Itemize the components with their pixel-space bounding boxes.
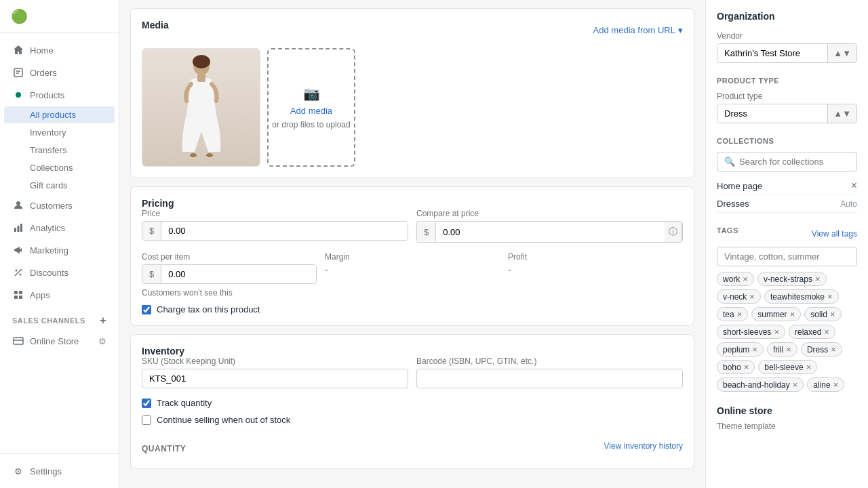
sidebar-item-marketing[interactable]: Marketing	[4, 239, 115, 261]
sidebar-item-analytics[interactable]: Analytics	[4, 217, 115, 239]
tag-solid-remove[interactable]: ×	[830, 309, 835, 319]
tag-peplum-remove[interactable]: ×	[752, 344, 757, 354]
product-type-select-btn[interactable]: ▲▼	[827, 104, 856, 123]
sidebar-item-products[interactable]: Products	[4, 84, 115, 106]
add-channel-icon[interactable]: +	[100, 314, 106, 327]
tag-v-neck-straps-remove[interactable]: ×	[815, 274, 821, 284]
continue-selling-checkbox[interactable]	[142, 415, 151, 425]
tax-checkbox[interactable]	[142, 305, 151, 314]
tag-boho: boho×	[717, 360, 755, 374]
tags-section: TAGS View all tags work× v-neck-straps× …	[717, 226, 857, 392]
svg-point-16	[190, 153, 197, 157]
sidebar-item-gift-cards[interactable]: Gift cards	[4, 177, 115, 194]
collection-home-remove[interactable]: ×	[851, 180, 857, 191]
tag-bell-sleeve-remove[interactable]: ×	[806, 362, 812, 372]
media-upload-area[interactable]: 📷 Add media or drop files to upload	[267, 48, 355, 167]
sidebar-item-customers[interactable]: Customers	[4, 195, 115, 216]
logo-area: 🟢	[0, 0, 119, 33]
drop-text: or drop files to upload	[272, 120, 350, 129]
continue-selling-label: Continue selling when out of stock	[157, 415, 290, 425]
svg-rect-4	[20, 224, 22, 232]
product-type-section-title: PRODUCT TYPE	[717, 77, 857, 85]
upload-icon: 📷	[303, 85, 320, 102]
compare-currency: $	[417, 223, 436, 241]
view-all-tags-link[interactable]: View all tags	[812, 229, 857, 239]
vendor-select-btn[interactable]: ▲▼	[827, 44, 856, 62]
settings-label: Settings	[30, 466, 62, 476]
pricing-grid: Price $ Compare at price $ ⓘ	[142, 209, 683, 243]
product-type-select[interactable]: Dress	[717, 104, 827, 123]
tag-work: work×	[717, 272, 754, 286]
sidebar-item-orders[interactable]: Orders	[4, 62, 115, 83]
tag-tea-remove[interactable]: ×	[737, 309, 743, 319]
sidebar-item-apps[interactable]: Apps	[4, 284, 115, 306]
media-title: Media	[142, 20, 169, 30]
tag-dress-remove[interactable]: ×	[831, 344, 836, 354]
tag-relaxed-remove[interactable]: ×	[824, 327, 829, 337]
cost-info: Customers won't see this	[142, 288, 683, 298]
cost-input[interactable]	[161, 265, 316, 283]
tag-frill-remove[interactable]: ×	[786, 344, 791, 354]
orders-icon	[12, 66, 24, 79]
tags-list: work× v-neck-straps× v-neck× teawhitesmo…	[717, 272, 857, 392]
sidebar-item-all-products[interactable]: All products	[4, 106, 115, 123]
compare-input-wrapper: $ ⓘ	[416, 221, 683, 243]
discounts-label: Discounts	[30, 268, 68, 278]
content-area: Media Add media from URL ▾	[119, 0, 705, 488]
price-input[interactable]	[161, 222, 408, 240]
svg-point-14	[193, 55, 210, 68]
track-qty-row[interactable]: Track quantity	[142, 398, 683, 408]
sidebar-item-online-store[interactable]: Online Store ⚙	[4, 330, 115, 352]
svg-point-6	[20, 274, 22, 276]
svg-rect-8	[14, 291, 18, 294]
barcode-input[interactable]	[416, 369, 683, 388]
tag-peplum: peplum×	[717, 342, 764, 357]
vendor-select-wrapper: Kathrin's Test Store ▲▼	[717, 43, 857, 63]
sidebar-item-inventory[interactable]: Inventory	[4, 124, 115, 141]
apps-label: Apps	[30, 290, 50, 300]
product-type-section: PRODUCT TYPE Product type Dress ▲▼	[717, 77, 857, 123]
sku-field: SKU (Stock Keeping Unit)	[142, 357, 408, 388]
sidebar-item-home[interactable]: Home	[4, 39, 115, 61]
tag-teawhitesmoke-remove[interactable]: ×	[827, 291, 833, 302]
tag-aline-remove[interactable]: ×	[833, 380, 839, 390]
sidebar-item-transfers[interactable]: Transfers	[4, 142, 115, 159]
tag-beach-holiday-remove[interactable]: ×	[793, 380, 798, 390]
profit-field: Profit -	[508, 252, 683, 284]
media-image-box[interactable]	[142, 48, 260, 167]
cost-currency: $	[142, 265, 161, 283]
tag-v-neck: v-neck×	[717, 289, 761, 304]
add-media-url-btn[interactable]: Add media from URL ▾	[593, 25, 683, 35]
tax-checkbox-row[interactable]: Charge tax on this product	[142, 304, 683, 314]
track-qty-checkbox[interactable]	[142, 399, 151, 408]
vendor-select[interactable]: Kathrin's Test Store	[717, 44, 827, 62]
sidebar-item-collections[interactable]: Collections	[4, 159, 115, 176]
sidebar-item-settings[interactable]: ⚙ Settings	[4, 460, 115, 482]
barcode-label: Barcode (ISBN, UPC, GTIN, etc.)	[416, 357, 683, 366]
svg-rect-2	[14, 228, 16, 232]
compare-input[interactable]	[436, 223, 665, 241]
collections-section-title: COLLECTIONS	[717, 137, 857, 145]
pricing-title: Pricing	[142, 198, 174, 209]
collection-item-home: Home page ×	[717, 177, 857, 195]
collections-search-input[interactable]	[739, 157, 853, 167]
sidebar-item-discounts[interactable]: Discounts	[4, 262, 115, 283]
sku-input[interactable]	[142, 369, 408, 388]
pricing-card: Pricing Price $ Compare at price $ ⓘ	[130, 186, 694, 326]
media-card: Media Add media from URL ▾	[130, 8, 694, 178]
tag-short-sleeves-remove[interactable]: ×	[774, 327, 779, 337]
tag-boho-remove[interactable]: ×	[744, 362, 749, 372]
tag-v-neck-remove[interactable]: ×	[749, 291, 755, 302]
online-store-settings-icon[interactable]: ⚙	[98, 336, 106, 346]
tag-summer-remove[interactable]: ×	[790, 309, 795, 319]
customers-icon	[12, 199, 24, 211]
online-store-title: Online store	[717, 405, 857, 416]
tag-frill: frill×	[767, 342, 797, 357]
tag-dress: Dress×	[801, 342, 842, 357]
svg-rect-12	[14, 338, 23, 344]
tags-input[interactable]	[717, 247, 857, 266]
discounts-icon	[12, 266, 24, 279]
view-history-link[interactable]: View inventory history	[604, 441, 684, 451]
continue-selling-row[interactable]: Continue selling when out of stock	[142, 415, 683, 425]
tag-work-remove[interactable]: ×	[743, 274, 748, 284]
